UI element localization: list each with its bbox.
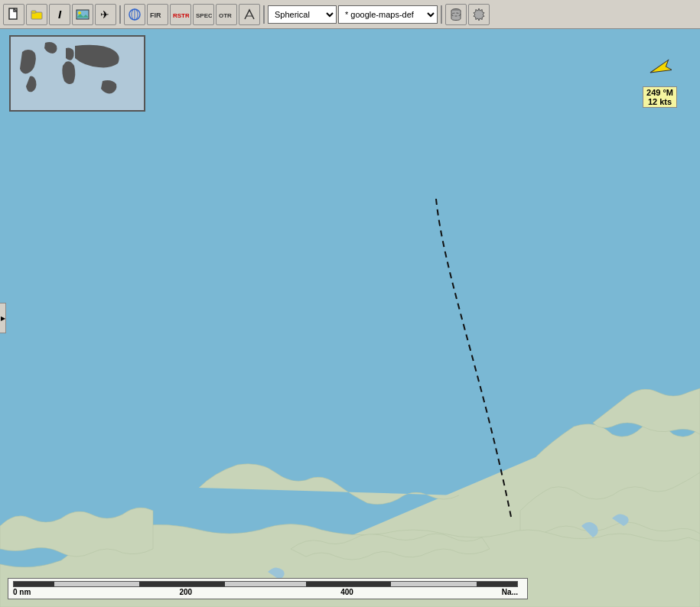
minimap: [9, 35, 145, 112]
svg-text:✈: ✈: [100, 8, 109, 21]
wind-direction: 249 °M: [646, 88, 673, 97]
sidebar-handle[interactable]: ▶: [0, 303, 6, 333]
land-layer: [0, 29, 700, 607]
italic-button[interactable]: I: [49, 4, 70, 25]
sep2: [263, 5, 265, 24]
otr-button[interactable]: OTR: [216, 4, 237, 25]
svg-text:OTR: OTR: [219, 12, 232, 19]
svg-point-4: [78, 11, 81, 15]
sep1: [119, 5, 121, 24]
map-source-select[interactable]: * google-maps-def OpenStreetMap Blank: [338, 5, 438, 24]
toolbar: I ✈ FIR RSTR SPEC OTR Spherical Flat Mer…: [0, 0, 700, 29]
db-button[interactable]: [445, 4, 467, 25]
scale-bar: 0 nm 200 400 Na...: [8, 578, 528, 599]
svg-text:FIR: FIR: [150, 11, 161, 19]
spec-button[interactable]: SPEC: [193, 4, 214, 25]
scale-bar-track: [13, 581, 518, 587]
sep3: [441, 5, 442, 24]
config-button[interactable]: [468, 4, 490, 25]
scale-label-200: 200: [179, 588, 192, 596]
wind-info: 249 °M 12 kts: [643, 86, 677, 108]
scale-labels: 0 nm 200 400 Na...: [13, 588, 518, 596]
projection-select[interactable]: Spherical Flat Mercator: [268, 5, 337, 24]
svg-text:RSTR: RSTR: [173, 12, 189, 19]
wind-indicator: 249 °M 12 kts: [643, 58, 677, 108]
svg-rect-2: [31, 11, 36, 13]
scale-label-0: 0 nm: [13, 588, 31, 596]
svg-marker-18: [649, 60, 672, 77]
image-button[interactable]: [72, 4, 93, 25]
new-button[interactable]: [3, 4, 24, 25]
scale-label-400: 400: [340, 588, 353, 596]
open-button[interactable]: [26, 4, 47, 25]
icao-button[interactable]: [124, 4, 145, 25]
scale-label-right: Na...: [502, 588, 518, 596]
rstr-button[interactable]: RSTR: [170, 4, 191, 25]
fir-button[interactable]: FIR: [147, 4, 168, 25]
svg-text:SPEC: SPEC: [196, 12, 212, 19]
route-button[interactable]: [239, 4, 260, 25]
svg-rect-3: [77, 10, 89, 19]
aircraft-button[interactable]: ✈: [95, 4, 116, 25]
wind-speed: 12 kts: [646, 97, 673, 106]
map-container[interactable]: 249 °M 12 kts GS 594 kts 5,934 ft ▼ ▶ 0 …: [0, 29, 700, 607]
